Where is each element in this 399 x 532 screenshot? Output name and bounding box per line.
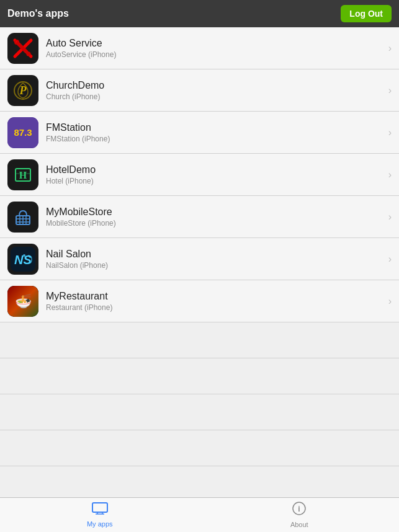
chevron-icon: › (388, 43, 392, 54)
chevron-icon: › (388, 296, 392, 307)
app-icon-fmstation: 87.3 (7, 117, 38, 148)
app-name-hoteldemo: HotelDemo (46, 164, 383, 175)
chevron-icon: › (388, 169, 392, 180)
app-name-mymobilestore: MyMobileStore (46, 206, 383, 218)
info-icon: i (292, 502, 306, 519)
app-icon-hoteldemo: H (7, 159, 38, 190)
app-info-churchdemo: ChurchDemo Church (iPhone) (46, 80, 383, 101)
app-info-hoteldemo: HotelDemo Hotel (iPhone) (46, 164, 383, 185)
list-item-fmstation[interactable]: 87.3 FMStation FMStation (iPhone) › (0, 112, 399, 154)
monitor-icon (92, 502, 108, 518)
svg-text:P: P (19, 84, 27, 97)
svg-point-4 (27, 51, 31, 56)
app-subtitle-autoservice: AutoService (iPhone) (46, 50, 383, 59)
tab-about[interactable]: i About (200, 502, 400, 528)
app-icon-myrestaurant: 🍜 (7, 286, 38, 317)
tab-about-label: About (290, 521, 308, 528)
chevron-icon: › (388, 211, 392, 223)
list-item-myrestaurant[interactable]: 🍜 MyRestaurant Restaurant (iPhone) › (0, 280, 399, 322)
restaurant-icon-graphic: 🍜 (7, 286, 38, 317)
app-info-nailsalon: Nail Salon NailSalon (iPhone) (46, 249, 383, 270)
tab-bar: My apps i About (0, 497, 399, 532)
list-item-churchdemo[interactable]: P ChurchDemo Church (iPhone) › (0, 69, 399, 112)
app-subtitle-churchdemo: Church (iPhone) (46, 92, 383, 101)
empty-section-4 (0, 430, 399, 466)
app-name-autoservice: Auto Service (46, 38, 383, 49)
logout-button[interactable]: Log Out (341, 5, 392, 22)
app-name-myrestaurant: MyRestaurant (46, 291, 383, 302)
header-title: Demo's apps (7, 8, 69, 19)
app-info-mymobilestore: MyMobileStore MobileStore (iPhone) (46, 206, 383, 228)
empty-section-1 (0, 322, 399, 358)
empty-section-2 (0, 358, 399, 394)
app-list: Auto Service AutoService (iPhone) › P Ch… (0, 27, 399, 322)
app-name-churchdemo: ChurchDemo (46, 80, 383, 91)
list-item-nailsalon[interactable]: NS Nail Salon NailSalon (iPhone) › (0, 238, 399, 280)
chevron-icon: › (388, 85, 392, 96)
app-subtitle-mymobilestore: MobileStore (iPhone) (46, 219, 383, 228)
tab-myapps[interactable]: My apps (0, 502, 200, 528)
app-icon-mymobilestore (7, 202, 38, 233)
svg-point-21 (23, 254, 25, 257)
chevron-icon: › (388, 127, 392, 138)
svg-text:i: i (298, 505, 300, 513)
list-item-autoservice[interactable]: Auto Service AutoService (iPhone) › (0, 27, 399, 69)
app-icon-churchdemo: P (7, 75, 38, 106)
app-subtitle-hoteldemo: Hotel (iPhone) (46, 177, 383, 185)
svg-text:H: H (19, 170, 27, 180)
tab-myapps-label: My apps (87, 520, 113, 528)
app-icon-nailsalon: NS (7, 244, 38, 275)
chevron-icon: › (388, 254, 392, 265)
empty-section-3 (0, 394, 399, 430)
app-info-myrestaurant: MyRestaurant Restaurant (iPhone) (46, 291, 383, 312)
app-info-fmstation: FMStation FMStation (iPhone) (46, 122, 383, 143)
app-subtitle-myrestaurant: Restaurant (iPhone) (46, 303, 383, 312)
header: Demo's apps Log Out (0, 0, 399, 27)
svg-rect-22 (92, 503, 107, 512)
list-item-mymobilestore[interactable]: MyMobileStore MobileStore (iPhone) › (0, 196, 399, 238)
app-subtitle-fmstation: FMStation (iPhone) (46, 135, 383, 143)
app-subtitle-nailsalon: NailSalon (iPhone) (46, 261, 383, 270)
list-item-hoteldemo[interactable]: H HotelDemo Hotel (iPhone) › (0, 154, 399, 196)
app-icon-autoservice (7, 33, 38, 64)
app-name-nailsalon: Nail Salon (46, 249, 383, 260)
app-name-fmstation: FMStation (46, 122, 383, 133)
app-info-autoservice: Auto Service AutoService (iPhone) (46, 38, 383, 59)
fmstation-number: 87.3 (7, 117, 38, 148)
